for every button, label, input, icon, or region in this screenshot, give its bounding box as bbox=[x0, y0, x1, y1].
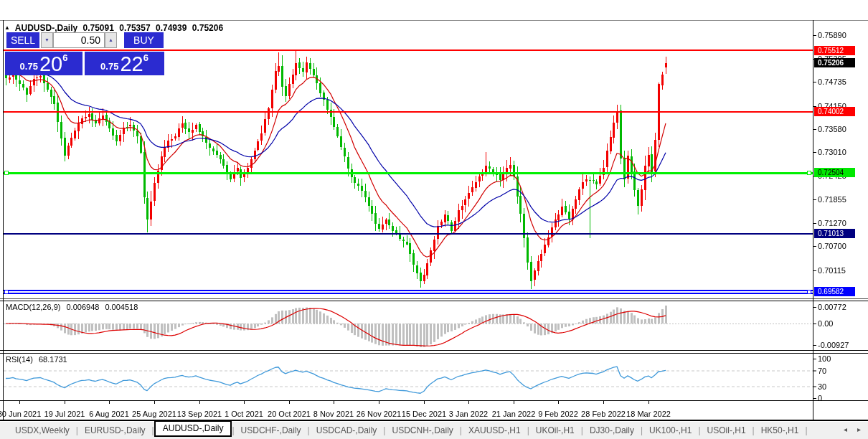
date-axis-label: 18 Mar 2022 bbox=[623, 410, 674, 418]
tab-xauusd[interactable]: XAUUSD-,H1 bbox=[462, 423, 527, 438]
macd-axis-label: 0.00772 bbox=[818, 303, 846, 311]
tab-scroll-left-button[interactable]: ◂ bbox=[844, 425, 857, 433]
date-axis-label: 3 Jan 2022 bbox=[443, 410, 494, 418]
level-price-badge: 0.69582 bbox=[814, 287, 855, 296]
sell-price-sup: 6 bbox=[62, 52, 67, 63]
tab-uk100[interactable]: UK100-,H1 bbox=[643, 423, 698, 438]
tab-usoil[interactable]: USOil-,H1 bbox=[701, 423, 753, 438]
tab-scroll-right-button[interactable]: ▸ bbox=[857, 425, 868, 433]
date-axis-label: 8 Nov 2021 bbox=[308, 410, 359, 418]
ohlc-open: 0.75091 bbox=[83, 23, 114, 33]
rsi-title: RSI(14) bbox=[6, 355, 33, 364]
tab-audusd[interactable]: AUDUSD-,Daily bbox=[154, 420, 232, 437]
tab-usdchf[interactable]: USDCHF-,Daily bbox=[235, 423, 308, 438]
one-click-trade-panel: SELL ▼ 0.50 ▲ BUY 0.75 20 6 0.75 22 6 bbox=[5, 32, 164, 75]
price-axis-label: 0.73580 bbox=[818, 125, 846, 133]
sell-button[interactable]: SELL bbox=[6, 32, 39, 49]
tab-separator: | bbox=[805, 425, 807, 435]
tab-eurusd[interactable]: EURUSD-,Daily bbox=[78, 423, 152, 438]
rsi-axis-label: 0 bbox=[818, 394, 822, 402]
ohlc-close: 0.75206 bbox=[192, 23, 223, 33]
level-price-badge: 0.75512 bbox=[814, 46, 855, 55]
ohlc-low: 0.74939 bbox=[156, 23, 187, 33]
buy-price-button[interactable]: 0.75 22 6 bbox=[85, 52, 164, 75]
rsi-axis-label: 30 bbox=[818, 382, 826, 391]
volume-increase-button[interactable]: ▲ bbox=[105, 32, 117, 48]
tab-ukoil[interactable]: UKOil-,H1 bbox=[529, 423, 581, 438]
trading-platform-window: 5M30H1H4D1W1MN ▲ AUDUSD-,Daily 0.75091 0… bbox=[0, 0, 868, 439]
tab-usdx[interactable]: USDX,Weekly bbox=[9, 423, 76, 438]
price-axis-label: 0.74735 bbox=[818, 77, 846, 86]
macd-value-main: 0.006948 bbox=[66, 303, 99, 311]
level-price-badge: 0.71013 bbox=[814, 229, 855, 238]
ohlc-high: 0.75357 bbox=[119, 23, 150, 33]
tab-usdcad[interactable]: USDCAD-,Daily bbox=[310, 423, 384, 438]
sell-price-button[interactable]: 0.75 20 6 bbox=[5, 52, 82, 75]
date-axis-label: 28 Feb 2022 bbox=[577, 410, 629, 418]
rsi-axis-label: 100 bbox=[818, 354, 831, 363]
buy-button[interactable]: BUY bbox=[124, 32, 164, 49]
macd-indicator-title: MACD(12,26,9) 0.006948 0.004518 bbox=[6, 303, 141, 311]
price-axis-label: 0.75890 bbox=[818, 31, 846, 39]
sell-price-prefix: 0.75 bbox=[20, 61, 38, 72]
rsi-indicator-title: RSI(14) 68.1731 bbox=[6, 355, 71, 364]
tab-scroll-arrows: ◂▸ bbox=[844, 425, 868, 433]
date-axis-label: 6 Aug 2021 bbox=[83, 410, 135, 418]
symbol-tab-bar: USDX,Weekly|EURUSD-,Daily|AUDUSD-,Daily|… bbox=[0, 422, 868, 439]
date-axis-label: 9 Feb 2022 bbox=[532, 410, 584, 418]
tab-usdcnh[interactable]: USDCNH-,Daily bbox=[385, 423, 459, 438]
tab-hk50[interactable]: HK50-,H1 bbox=[755, 423, 806, 438]
macd-title: MACD(12,26,9) bbox=[6, 303, 60, 311]
sell-price-big: 20 bbox=[39, 55, 62, 74]
chart-title: ▲ AUDUSD-,Daily 0.75091 0.75357 0.74939 … bbox=[4, 23, 226, 33]
chart-direction-icon: ▲ bbox=[4, 24, 10, 31]
rsi-value: 68.1731 bbox=[39, 355, 67, 364]
buy-price-sup: 6 bbox=[143, 52, 148, 63]
macd-axis-label: -0.00927 bbox=[818, 341, 849, 349]
macd-value-signal: 0.004518 bbox=[105, 303, 138, 311]
price-axis-label: 0.71270 bbox=[818, 219, 846, 227]
level-price-badge: 0.74002 bbox=[814, 107, 855, 116]
buy-price-prefix: 0.75 bbox=[100, 61, 118, 72]
date-axis-label: 25 Aug 2021 bbox=[128, 410, 180, 418]
date-axis-label: 26 Nov 2021 bbox=[353, 410, 405, 418]
price-axis-label: 0.71855 bbox=[818, 195, 846, 204]
price-axis-label: 0.70700 bbox=[818, 242, 846, 250]
current-price-badge: 0.75206 bbox=[814, 58, 855, 67]
level-price-badge: 0.72504 bbox=[814, 168, 855, 177]
symbol-name: AUDUSD-,Daily bbox=[15, 23, 77, 33]
tab-dj30[interactable]: DJ30-,Daily bbox=[583, 423, 641, 438]
date-axis-label: 1 Oct 2021 bbox=[218, 410, 270, 418]
volume-decrease-button[interactable]: ▼ bbox=[41, 32, 53, 48]
volume-input[interactable]: 0.50 bbox=[53, 32, 105, 48]
macd-axis-label: 0.00 bbox=[818, 319, 833, 328]
rsi-axis-label: 70 bbox=[818, 367, 826, 375]
price-axis-label: 0.73010 bbox=[818, 148, 846, 156]
buy-price-big: 22 bbox=[120, 55, 143, 74]
price-axis-label: 0.70115 bbox=[818, 266, 846, 275]
